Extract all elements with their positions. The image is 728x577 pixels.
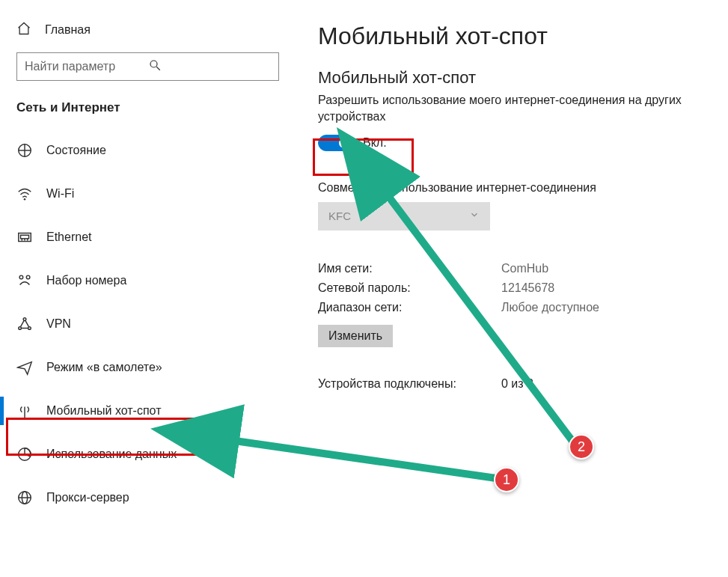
nav-item-dialup[interactable]: Набор номера bbox=[0, 259, 296, 302]
svg-point-5 bbox=[24, 198, 26, 201]
nav-label: VPN bbox=[46, 317, 71, 331]
svg-point-12 bbox=[26, 275, 30, 279]
nav-item-proxy[interactable]: Прокси-сервер bbox=[0, 476, 296, 519]
nav-item-ethernet[interactable]: Ethernet bbox=[0, 216, 296, 259]
svg-point-14 bbox=[28, 327, 31, 330]
share-connection-dropdown[interactable]: KFC bbox=[318, 202, 490, 231]
network-password-value: 12145678 bbox=[501, 281, 554, 295]
svg-line-1 bbox=[156, 67, 160, 70]
network-band-value: Любое доступное bbox=[501, 301, 599, 314]
ethernet-icon bbox=[16, 229, 33, 245]
nav-item-data-usage[interactable]: Использование данных bbox=[0, 433, 296, 476]
search-placeholder: Найти параметр bbox=[25, 60, 148, 73]
nav-label: Прокси-сервер bbox=[46, 491, 129, 504]
dropdown-value: KFC bbox=[328, 210, 351, 222]
nav-label: Режим «в самолете» bbox=[46, 361, 162, 374]
network-password-label: Сетевой пароль: bbox=[318, 281, 501, 295]
nav-label: Состояние bbox=[46, 144, 106, 157]
nav-list: Состояние Wi-Fi Ethernet Набор номера bbox=[0, 129, 296, 519]
hotspot-toggle-label: Вкл. bbox=[363, 136, 387, 150]
nav-label: Wi-Fi bbox=[46, 187, 74, 201]
section-description: Разрешить использование моего интернет-с… bbox=[318, 92, 706, 126]
nav-item-wifi[interactable]: Wi-Fi bbox=[0, 172, 296, 216]
devices-value: 0 из 8 bbox=[501, 377, 533, 391]
svg-point-11 bbox=[19, 275, 23, 279]
vpn-icon bbox=[16, 316, 33, 332]
devices-label: Устройства подключены: bbox=[318, 377, 501, 391]
home-label: Главная bbox=[45, 23, 91, 37]
search-icon bbox=[148, 58, 272, 75]
network-name-value: ComHub bbox=[501, 262, 548, 275]
nav-item-vpn[interactable]: VPN bbox=[0, 302, 296, 346]
globe-icon bbox=[16, 489, 33, 506]
chevron-down-icon bbox=[469, 210, 480, 222]
hotspot-toggle[interactable] bbox=[318, 135, 352, 151]
category-header: Сеть и Интернет bbox=[0, 100, 296, 129]
nav-label: Мобильный хот-спот bbox=[46, 404, 161, 418]
airplane-icon bbox=[16, 359, 33, 376]
nav-label: Использование данных bbox=[46, 448, 177, 461]
page-title: Мобильный хот-спот bbox=[318, 22, 706, 50]
nav-label: Набор номера bbox=[46, 274, 126, 287]
share-connection-label: Совместное использование интернет-соедин… bbox=[318, 181, 706, 195]
svg-rect-7 bbox=[21, 235, 29, 239]
change-button[interactable]: Изменить bbox=[318, 325, 393, 347]
home-icon bbox=[16, 21, 31, 39]
network-band-label: Диапазон сети: bbox=[318, 301, 501, 314]
home-link[interactable]: Главная bbox=[0, 15, 296, 52]
nav-item-airplane[interactable]: Режим «в самолете» bbox=[0, 346, 296, 389]
nav-item-status[interactable]: Состояние bbox=[0, 129, 296, 172]
svg-point-0 bbox=[150, 61, 157, 67]
data-usage-icon bbox=[16, 446, 33, 462]
hotspot-icon bbox=[16, 403, 33, 419]
search-input[interactable]: Найти параметр bbox=[16, 52, 279, 81]
dialup-icon bbox=[16, 272, 33, 289]
network-name-label: Имя сети: bbox=[318, 262, 501, 275]
wifi-icon bbox=[16, 186, 33, 202]
nav-item-hotspot[interactable]: Мобильный хот-спот bbox=[0, 389, 296, 433]
globe-grid-icon bbox=[16, 142, 33, 159]
section-subtitle: Мобильный хот-спот bbox=[318, 68, 706, 88]
svg-point-13 bbox=[19, 327, 22, 330]
nav-label: Ethernet bbox=[46, 231, 91, 244]
svg-point-15 bbox=[23, 318, 26, 321]
